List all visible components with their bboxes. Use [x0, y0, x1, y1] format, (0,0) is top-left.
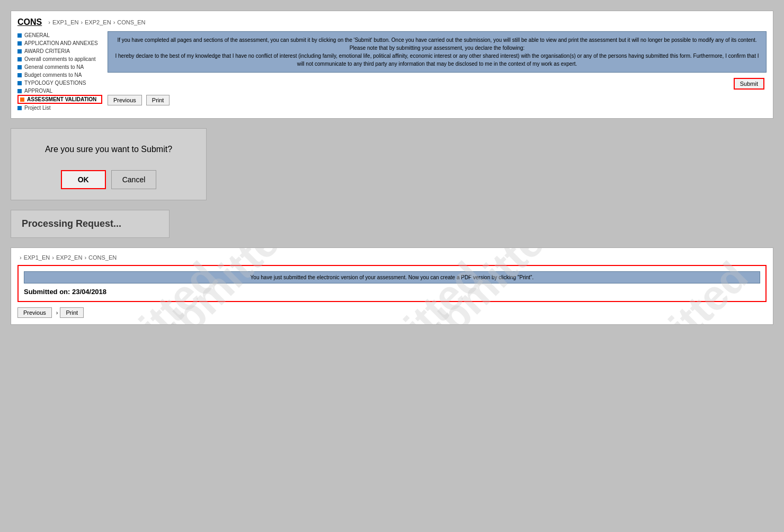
processing-panel: Processing Request... [11, 210, 170, 238]
cancel-button[interactable]: Cancel [111, 170, 157, 189]
bottom-buttons: Previous › Print [17, 307, 767, 318]
sidebar-item-general[interactable]: GENERAL [17, 31, 102, 39]
sidebar-item-budget[interactable]: Budget comments to NA [17, 71, 102, 79]
submit-btn-area: Submit [108, 78, 767, 90]
sidebar-item-general-na[interactable]: General comments to NA [17, 63, 102, 71]
submitted-info-bar: You have just submitted the electronic v… [24, 271, 760, 283]
dot-typology [17, 81, 22, 85]
breadcrumb-arrow3: › [113, 19, 115, 25]
dialog-title: Are you sure you want to Submit? [22, 145, 195, 154]
dialog-buttons: OK Cancel [22, 170, 195, 189]
dot-application [17, 41, 22, 46]
breadcrumb-sub-arrow3: › [84, 254, 86, 261]
breadcrumb-sub-exp2: EXP2_EN [56, 254, 83, 261]
dot-project-list [17, 106, 22, 110]
dot-general-na [17, 65, 22, 69]
breadcrumb-sub-exp1: EXP1_EN [24, 254, 50, 261]
main-content: If you have completed all pages and sect… [108, 31, 767, 112]
separator: › [56, 309, 58, 316]
breadcrumb-sub-arrow1: › [20, 254, 22, 261]
info-box: If you have completed all pages and sect… [108, 31, 767, 73]
dot-budget [17, 73, 22, 77]
breadcrumb-arrow1: › [48, 19, 50, 25]
dot-overall [17, 57, 22, 61]
processing-text: Processing Request... [22, 218, 158, 229]
sidebar-item-award[interactable]: AWARD CRITERIA [17, 47, 102, 55]
dot-award [17, 49, 22, 54]
submit-button[interactable]: Submit [734, 78, 764, 90]
sidebar-item-project-list[interactable]: Project List [17, 104, 102, 112]
submitted-box: You have just submitted the electronic v… [17, 265, 767, 302]
sidebar: GENERAL APPLICATION AND ANNEXES AWARD CR… [17, 31, 102, 112]
dot-general [17, 33, 22, 38]
app-logo: CONS [17, 17, 42, 27]
main-panel: CONS › EXP1_EN › EXP2_EN › CONS_EN GENER… [11, 11, 773, 119]
print-button-submitted[interactable]: Print [60, 307, 84, 318]
action-buttons: Previous Print [108, 95, 767, 105]
submitted-on: Submitted on: 23/04/2018 [24, 288, 760, 296]
print-button[interactable]: Print [146, 95, 170, 105]
dot-approval [17, 89, 22, 93]
sidebar-item-application[interactable]: APPLICATION AND ANNEXES [17, 39, 102, 47]
breadcrumb-arrow2: › [81, 19, 83, 25]
breadcrumb-sub-cons: CONS_EN [88, 254, 117, 261]
breadcrumb-exp2: EXP2_EN [85, 19, 111, 25]
breadcrumb-submitted: › EXP1_EN › EXP2_EN › CONS_EN [17, 254, 767, 261]
previous-button[interactable]: Previous [108, 95, 142, 105]
breadcrumb: CONS › EXP1_EN › EXP2_EN › CONS_EN [17, 17, 767, 27]
confirmation-dialog: Are you sure you want to Submit? OK Canc… [11, 128, 207, 200]
sidebar-item-typology[interactable]: TYPOLOGY QUESTIONS [17, 79, 102, 87]
submitted-panel: submitted submitted submitted submitted … [11, 247, 773, 325]
previous-button-submitted[interactable]: Previous [17, 307, 52, 318]
content-area: GENERAL APPLICATION AND ANNEXES AWARD CR… [17, 31, 767, 112]
breadcrumb-cons: CONS_EN [117, 19, 145, 25]
breadcrumb-sub-arrow2: › [52, 254, 54, 261]
sidebar-item-approval[interactable]: APPROVAL [17, 87, 102, 95]
ok-button[interactable]: OK [61, 170, 106, 189]
dot-validation [20, 97, 24, 102]
sidebar-item-validation[interactable]: ASSESSMENT VALIDATION [17, 95, 102, 104]
sidebar-item-overall[interactable]: Overall comments to applicant [17, 55, 102, 63]
breadcrumb-exp1: EXP1_EN [52, 19, 79, 25]
